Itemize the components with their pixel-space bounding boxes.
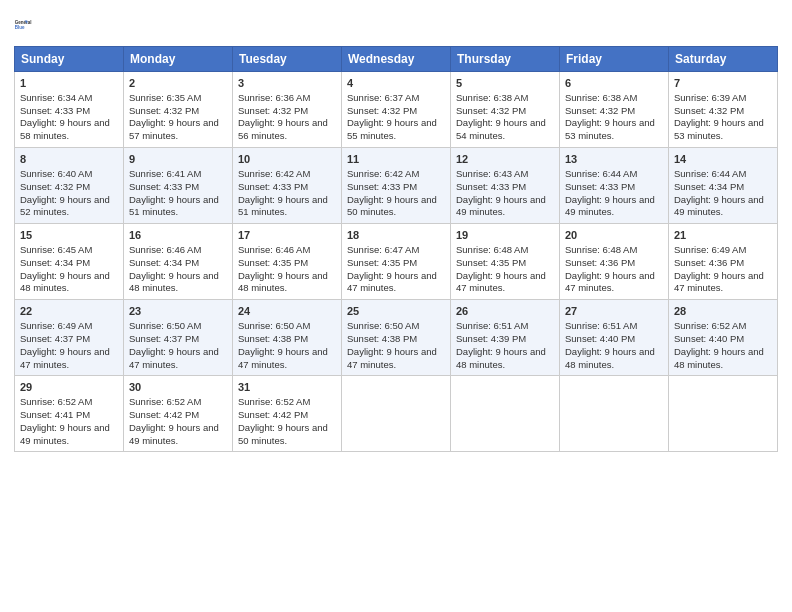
sunset-label: Sunset: 4:36 PM (674, 257, 744, 268)
day-cell-9: 9 Sunrise: 6:41 AM Sunset: 4:33 PM Dayli… (124, 148, 233, 224)
week-row-1: 1 Sunrise: 6:34 AM Sunset: 4:33 PM Dayli… (15, 72, 778, 148)
header-tuesday: Tuesday (233, 47, 342, 72)
sunset-label: Sunset: 4:33 PM (456, 181, 526, 192)
day-number: 10 (238, 152, 336, 167)
day-cell-18: 18 Sunrise: 6:47 AM Sunset: 4:35 PM Dayl… (342, 224, 451, 300)
day-number: 12 (456, 152, 554, 167)
day-number: 28 (674, 304, 772, 319)
day-number: 18 (347, 228, 445, 243)
weekday-header-row: Sunday Monday Tuesday Wednesday Thursday… (15, 47, 778, 72)
day-cell-24: 24 Sunrise: 6:50 AM Sunset: 4:38 PM Dayl… (233, 300, 342, 376)
logo-icon: General Blue (14, 10, 42, 38)
day-cell-13: 13 Sunrise: 6:44 AM Sunset: 4:33 PM Dayl… (560, 148, 669, 224)
sunrise-label: Sunrise: 6:48 AM (565, 244, 637, 255)
empty-cell (451, 376, 560, 452)
week-row-5: 29 Sunrise: 6:52 AM Sunset: 4:41 PM Dayl… (15, 376, 778, 452)
sunrise-label: Sunrise: 6:35 AM (129, 92, 201, 103)
sunrise-label: Sunrise: 6:52 AM (238, 396, 310, 407)
sunset-label: Sunset: 4:35 PM (347, 257, 417, 268)
day-cell-11: 11 Sunrise: 6:42 AM Sunset: 4:33 PM Dayl… (342, 148, 451, 224)
day-cell-1: 1 Sunrise: 6:34 AM Sunset: 4:33 PM Dayli… (15, 72, 124, 148)
day-number: 27 (565, 304, 663, 319)
sunrise-label: Sunrise: 6:48 AM (456, 244, 528, 255)
day-cell-16: 16 Sunrise: 6:46 AM Sunset: 4:34 PM Dayl… (124, 224, 233, 300)
daylight-label: Daylight: 9 hours and 47 minutes. (347, 346, 437, 370)
sunrise-label: Sunrise: 6:43 AM (456, 168, 528, 179)
day-number: 21 (674, 228, 772, 243)
daylight-label: Daylight: 9 hours and 54 minutes. (456, 117, 546, 141)
day-cell-29: 29 Sunrise: 6:52 AM Sunset: 4:41 PM Dayl… (15, 376, 124, 452)
sunset-label: Sunset: 4:42 PM (238, 409, 308, 420)
daylight-label: Daylight: 9 hours and 48 minutes. (674, 346, 764, 370)
day-cell-30: 30 Sunrise: 6:52 AM Sunset: 4:42 PM Dayl… (124, 376, 233, 452)
sunrise-label: Sunrise: 6:46 AM (238, 244, 310, 255)
sunrise-label: Sunrise: 6:46 AM (129, 244, 201, 255)
day-number: 20 (565, 228, 663, 243)
header-friday: Friday (560, 47, 669, 72)
sunrise-label: Sunrise: 6:51 AM (565, 320, 637, 331)
day-number: 29 (20, 380, 118, 395)
daylight-label: Daylight: 9 hours and 48 minutes. (129, 270, 219, 294)
day-cell-26: 26 Sunrise: 6:51 AM Sunset: 4:39 PM Dayl… (451, 300, 560, 376)
empty-cell (560, 376, 669, 452)
day-number: 30 (129, 380, 227, 395)
sunrise-label: Sunrise: 6:44 AM (565, 168, 637, 179)
day-cell-12: 12 Sunrise: 6:43 AM Sunset: 4:33 PM Dayl… (451, 148, 560, 224)
empty-cell (669, 376, 778, 452)
day-cell-6: 6 Sunrise: 6:38 AM Sunset: 4:32 PM Dayli… (560, 72, 669, 148)
daylight-label: Daylight: 9 hours and 48 minutes. (565, 346, 655, 370)
day-cell-22: 22 Sunrise: 6:49 AM Sunset: 4:37 PM Dayl… (15, 300, 124, 376)
sunrise-label: Sunrise: 6:42 AM (238, 168, 310, 179)
sunrise-label: Sunrise: 6:39 AM (674, 92, 746, 103)
daylight-label: Daylight: 9 hours and 47 minutes. (456, 270, 546, 294)
sunrise-label: Sunrise: 6:45 AM (20, 244, 92, 255)
daylight-label: Daylight: 9 hours and 50 minutes. (347, 194, 437, 218)
week-row-3: 15 Sunrise: 6:45 AM Sunset: 4:34 PM Dayl… (15, 224, 778, 300)
header-sunday: Sunday (15, 47, 124, 72)
sunrise-label: Sunrise: 6:50 AM (238, 320, 310, 331)
day-number: 24 (238, 304, 336, 319)
day-number: 23 (129, 304, 227, 319)
sunrise-label: Sunrise: 6:47 AM (347, 244, 419, 255)
header-wednesday: Wednesday (342, 47, 451, 72)
sunrise-label: Sunrise: 6:42 AM (347, 168, 419, 179)
daylight-label: Daylight: 9 hours and 47 minutes. (565, 270, 655, 294)
sunrise-label: Sunrise: 6:40 AM (20, 168, 92, 179)
day-number: 8 (20, 152, 118, 167)
daylight-label: Daylight: 9 hours and 53 minutes. (674, 117, 764, 141)
sunset-label: Sunset: 4:33 PM (238, 181, 308, 192)
daylight-label: Daylight: 9 hours and 48 minutes. (238, 270, 328, 294)
sunset-label: Sunset: 4:40 PM (674, 333, 744, 344)
daylight-label: Daylight: 9 hours and 49 minutes. (674, 194, 764, 218)
sunrise-label: Sunrise: 6:36 AM (238, 92, 310, 103)
daylight-label: Daylight: 9 hours and 47 minutes. (129, 346, 219, 370)
sunset-label: Sunset: 4:42 PM (129, 409, 199, 420)
sunset-label: Sunset: 4:32 PM (565, 105, 635, 116)
day-number: 15 (20, 228, 118, 243)
sunrise-label: Sunrise: 6:52 AM (674, 320, 746, 331)
daylight-label: Daylight: 9 hours and 49 minutes. (20, 422, 110, 446)
day-cell-8: 8 Sunrise: 6:40 AM Sunset: 4:32 PM Dayli… (15, 148, 124, 224)
day-cell-31: 31 Sunrise: 6:52 AM Sunset: 4:42 PM Dayl… (233, 376, 342, 452)
daylight-label: Daylight: 9 hours and 51 minutes. (129, 194, 219, 218)
sunset-label: Sunset: 4:37 PM (20, 333, 90, 344)
sunset-label: Sunset: 4:32 PM (456, 105, 526, 116)
daylight-label: Daylight: 9 hours and 51 minutes. (238, 194, 328, 218)
day-cell-25: 25 Sunrise: 6:50 AM Sunset: 4:38 PM Dayl… (342, 300, 451, 376)
daylight-label: Daylight: 9 hours and 47 minutes. (674, 270, 764, 294)
sunset-label: Sunset: 4:32 PM (347, 105, 417, 116)
sunset-label: Sunset: 4:40 PM (565, 333, 635, 344)
day-cell-17: 17 Sunrise: 6:46 AM Sunset: 4:35 PM Dayl… (233, 224, 342, 300)
daylight-label: Daylight: 9 hours and 49 minutes. (456, 194, 546, 218)
svg-text:General: General (15, 20, 32, 25)
sunset-label: Sunset: 4:32 PM (674, 105, 744, 116)
sunset-label: Sunset: 4:36 PM (565, 257, 635, 268)
day-number: 11 (347, 152, 445, 167)
calendar-table: Sunday Monday Tuesday Wednesday Thursday… (14, 46, 778, 452)
sunset-label: Sunset: 4:38 PM (347, 333, 417, 344)
day-cell-28: 28 Sunrise: 6:52 AM Sunset: 4:40 PM Dayl… (669, 300, 778, 376)
sunset-label: Sunset: 4:33 PM (20, 105, 90, 116)
sunrise-label: Sunrise: 6:38 AM (565, 92, 637, 103)
header-monday: Monday (124, 47, 233, 72)
empty-cell (342, 376, 451, 452)
